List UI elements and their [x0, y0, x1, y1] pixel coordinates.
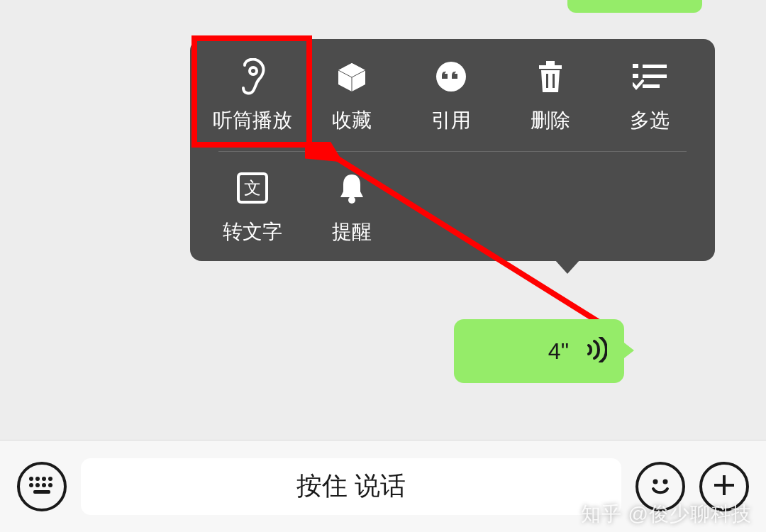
menu-label: 删除	[531, 107, 570, 134]
menu-item-totext[interactable]: 文 转文字	[203, 169, 302, 245]
svg-rect-3	[546, 61, 555, 65]
bell-icon	[338, 169, 366, 207]
quote-icon	[435, 57, 467, 96]
svg-point-19	[29, 483, 33, 487]
partial-bubble-top	[567, 0, 702, 13]
menu-divider	[218, 151, 687, 152]
svg-rect-2	[539, 65, 562, 69]
svg-rect-23	[33, 490, 50, 494]
emoji-button[interactable]	[635, 462, 685, 511]
hold-to-talk-button[interactable]: 按住 说话	[81, 458, 621, 515]
box-icon	[335, 57, 368, 96]
voice-duration-label: 4"	[548, 338, 569, 365]
svg-rect-8	[633, 74, 638, 78]
svg-point-25	[663, 479, 668, 484]
svg-rect-27	[714, 484, 734, 487]
menu-item-delete[interactable]: 删除	[501, 57, 600, 134]
voice-message-bubble[interactable]: 4"	[454, 319, 624, 383]
plus-icon	[711, 472, 737, 501]
menu-row-1: 听筒播放 收藏 引用	[190, 57, 715, 134]
keyboard-icon	[28, 475, 56, 498]
hold-to-talk-label: 按住 说话	[296, 469, 406, 504]
sound-wave-icon	[582, 337, 607, 365]
svg-rect-9	[643, 74, 667, 78]
text-icon: 文	[237, 169, 268, 207]
menu-item-remind[interactable]: 提醒	[302, 169, 401, 245]
svg-point-16	[35, 477, 40, 481]
svg-point-17	[42, 477, 46, 481]
menu-item-favorite[interactable]: 收藏	[302, 57, 401, 134]
svg-point-22	[48, 483, 52, 487]
svg-point-18	[48, 477, 52, 481]
svg-rect-10	[643, 84, 660, 88]
menu-label: 转文字	[223, 218, 282, 245]
menu-label: 听筒播放	[213, 107, 292, 134]
svg-point-0	[250, 67, 257, 74]
svg-point-21	[42, 483, 46, 487]
menu-label: 引用	[431, 107, 471, 134]
svg-rect-5	[553, 74, 555, 88]
menu-label: 收藏	[332, 107, 372, 134]
menu-label: 提醒	[332, 218, 372, 245]
svg-text:文: 文	[244, 178, 261, 197]
checklist-icon	[633, 57, 667, 96]
svg-point-13	[348, 196, 355, 204]
svg-point-1	[436, 62, 466, 92]
chat-input-bar: 按住 说话	[0, 440, 766, 532]
svg-rect-7	[643, 65, 667, 68]
keyboard-toggle-button[interactable]	[17, 462, 67, 511]
menu-label: 多选	[630, 107, 670, 134]
ear-icon	[238, 57, 267, 96]
menu-item-earpiece[interactable]: 听筒播放	[203, 57, 302, 134]
svg-rect-6	[633, 64, 638, 68]
menu-row-2: 文 转文字 提醒	[190, 169, 715, 245]
svg-rect-4	[546, 74, 548, 88]
more-button[interactable]	[699, 462, 749, 511]
smile-icon	[646, 471, 675, 502]
popover-arrow	[555, 260, 580, 274]
menu-item-multiselect[interactable]: 多选	[600, 57, 699, 134]
trash-icon	[536, 57, 565, 96]
svg-point-15	[29, 477, 33, 481]
svg-point-24	[653, 479, 658, 484]
menu-item-quote[interactable]: 引用	[401, 57, 501, 134]
message-context-menu: 听筒播放 收藏 引用	[190, 39, 715, 261]
svg-point-20	[35, 483, 40, 487]
